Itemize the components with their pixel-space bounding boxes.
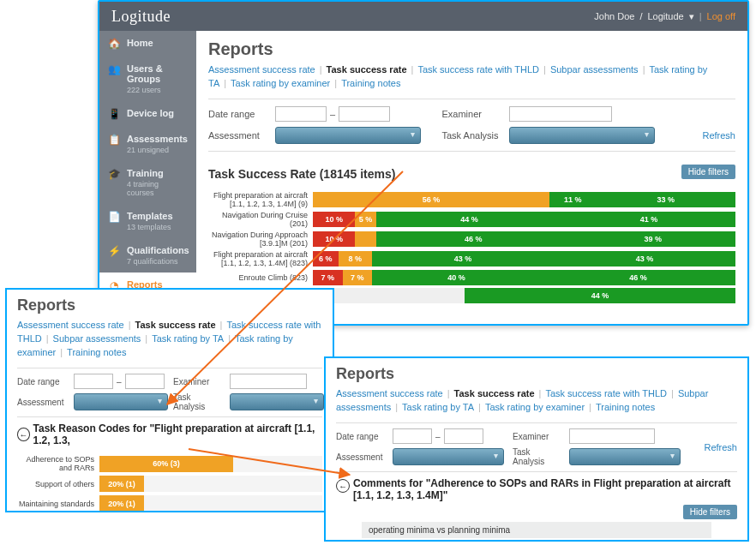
hide-filters-button[interactable]: Hide filters — [681, 165, 735, 179]
chart-row[interactable]: Navigation During Cruise (201)10 %5 %44 … — [208, 211, 735, 228]
back-icon[interactable]: ← — [336, 479, 350, 493]
chart-row[interactable]: Navigation During Approach [3.9.1]M (201… — [208, 231, 735, 248]
tab-task-success-rate[interactable]: Task success rate — [327, 64, 407, 75]
sidebar-item-assessments[interactable]: 📋Assessments21 unsigned — [99, 127, 196, 161]
chart-segment[interactable] — [355, 231, 376, 247]
chart-segment[interactable]: 6 % — [313, 251, 339, 267]
chart-segment[interactable]: 10 % — [313, 231, 355, 247]
chart-segment[interactable]: 7 % — [313, 270, 343, 285]
tab-training-notes[interactable]: Training notes — [341, 78, 400, 88]
user-name[interactable]: John Doe — [594, 11, 634, 21]
chart-segment[interactable]: 7 % — [343, 270, 373, 285]
refresh-link[interactable]: Refresh — [704, 442, 737, 452]
chart-row[interactable]: Flight preparation at aircraft [1.1, 1.2… — [208, 191, 735, 208]
refresh-link[interactable]: Refresh — [675, 130, 735, 141]
user-org[interactable]: Logitude — [647, 11, 683, 21]
comments-popup: Reports Assessment success rate|Task suc… — [324, 356, 749, 542]
examiner-label: Examiner — [442, 109, 502, 119]
assessment-select[interactable] — [74, 393, 168, 410]
tab-subpar-assessments[interactable]: Subpar assessments — [550, 64, 639, 75]
date-to-input[interactable] — [339, 106, 390, 122]
chart-segment[interactable]: 43 % — [554, 251, 735, 267]
assessment-select[interactable] — [393, 448, 504, 465]
chart-segment[interactable]: 44 % — [376, 212, 562, 227]
tab-subpar-assessments[interactable]: Subpar assessments — [53, 333, 141, 344]
task-analysis-select[interactable] — [569, 448, 681, 465]
task-success-chart: Flight preparation at aircraft [1.1, 1.2… — [208, 191, 735, 303]
tab-task-success-rate[interactable]: Task success rate — [454, 388, 535, 398]
chevron-down-icon[interactable]: ▾ — [689, 11, 694, 22]
examiner-input[interactable] — [230, 374, 307, 389]
sidebar-item-templates[interactable]: 📄Templates13 templates — [99, 204, 196, 238]
date-from-input[interactable] — [393, 428, 432, 444]
chart-row[interactable]: Flight preparation at aircraft [1.1, 1.2… — [208, 250, 735, 267]
chart-title: Task Success Rate (18145 items) — [208, 167, 395, 181]
tab-assessment-success-rate[interactable]: Assessment success rate — [208, 64, 315, 75]
tab-training-notes[interactable]: Training notes — [67, 347, 126, 357]
tab-task-rating-by-ta[interactable]: Task rating by TA — [152, 333, 224, 344]
chart-segment[interactable]: 40 % — [372, 270, 541, 285]
page-title: Reports — [17, 296, 322, 314]
date-from-input[interactable] — [74, 374, 113, 389]
tab-task-success-rate-with-thld[interactable]: Task success rate with THLD — [417, 64, 539, 75]
tab-assessment-success-rate[interactable]: Assessment success rate — [17, 320, 124, 330]
topbar-user: John Doe / Logitude ▾ | Log off — [594, 11, 735, 22]
tab-training-notes[interactable]: Training notes — [596, 402, 655, 412]
reason-codes-title: Task Reason Codes for "Flight preparatio… — [33, 422, 322, 446]
content-area: Reports Assessment success rate|Task suc… — [196, 31, 747, 324]
chart-segment[interactable]: 11 % — [549, 192, 596, 207]
examiner-input[interactable] — [509, 106, 612, 122]
reason-codes-popup: Reports Assessment success rate|Task suc… — [5, 288, 334, 512]
chart-segment[interactable]: 46 % — [376, 231, 571, 247]
report-tabs: Assessment success rate|Task success rat… — [336, 386, 737, 414]
tab-task-success-rate-with-thld[interactable]: Task success rate with THLD — [545, 388, 667, 398]
hide-filters-button[interactable]: Hide filters — [683, 505, 737, 519]
sidebar-icon: 📱 — [108, 108, 120, 120]
back-icon[interactable]: ← — [17, 428, 30, 441]
chart-segment[interactable]: 33 % — [596, 192, 735, 207]
reason-row[interactable]: Support of others20% (1) — [17, 476, 322, 492]
filters-bar: Date range – Examiner Assessment Task An… — [17, 368, 322, 417]
filters-bar: Date range – Examiner Refresh Assessment… — [336, 422, 737, 472]
date-to-input[interactable] — [444, 428, 483, 444]
chart-segment[interactable]: 8 % — [339, 251, 372, 267]
assessment-select[interactable] — [275, 127, 421, 144]
task-analysis-label: Task Analysis — [442, 130, 502, 141]
tab-task-rating-by-examiner[interactable]: Task rating by examiner — [485, 402, 585, 412]
topbar: Logitude John Doe / Logitude ▾ | Log off — [99, 2, 747, 31]
reason-row[interactable]: Maintaining standards20% (1) — [17, 495, 322, 512]
task-analysis-select[interactable] — [509, 127, 655, 144]
chart-segment[interactable]: 10 % — [313, 212, 355, 227]
reason-row[interactable]: Adherence to SOPs and RARs60% (3) — [17, 455, 322, 472]
logoff-link[interactable]: Log off — [707, 11, 735, 21]
sidebar-item-qualifications[interactable]: ⚡Qualifications7 qualifications — [99, 238, 196, 273]
tab-assessment-success-rate[interactable]: Assessment success rate — [336, 388, 443, 398]
sidebar-item-device-log[interactable]: 📱Device log — [99, 101, 196, 127]
date-to-input[interactable] — [125, 374, 165, 389]
sidebar-icon: ⚡ — [108, 245, 120, 257]
comment-row: Fuel planning alternate — [362, 541, 711, 542]
tab-task-success-rate[interactable]: Task success rate — [135, 320, 216, 330]
comments-list: operating minima vs planning minimaFuel … — [336, 522, 737, 542]
sidebar: 🏠Home👥Users & Groups222 users📱Device log… — [99, 31, 196, 324]
filters-bar: Date range – Examiner Assessment Task An… — [208, 99, 735, 152]
comment-row: operating minima vs planning minima — [362, 522, 711, 538]
date-from-input[interactable] — [275, 106, 327, 122]
chart-segment[interactable]: 39 % — [571, 231, 735, 247]
chart-segment[interactable]: 5 % — [355, 212, 376, 227]
task-analysis-select[interactable] — [230, 393, 324, 410]
tab-task-rating-by-ta[interactable]: Task rating by TA — [402, 402, 474, 412]
sidebar-item-home[interactable]: 🏠Home — [99, 31, 196, 57]
chart-segment[interactable]: 56 % — [313, 192, 549, 207]
tab-task-rating-by-examiner[interactable]: Task rating by examiner — [231, 78, 330, 88]
chart-row[interactable]: Enroute Climb (823)7 %7 %40 %46 % — [208, 270, 735, 285]
page-title: Reports — [336, 365, 737, 383]
chart-segment[interactable]: 46 % — [541, 270, 735, 285]
chart-segment[interactable]: 41 % — [562, 212, 735, 227]
sidebar-item-training[interactable]: 🎓Training4 training courses — [99, 161, 196, 204]
chart-segment[interactable]: 44 % — [465, 288, 735, 303]
examiner-input[interactable] — [569, 428, 655, 444]
report-tabs: Assessment success rate|Task success rat… — [208, 63, 735, 90]
chart-segment[interactable]: 43 % — [372, 251, 554, 267]
sidebar-item-users-groups[interactable]: 👥Users & Groups222 users — [99, 57, 196, 101]
